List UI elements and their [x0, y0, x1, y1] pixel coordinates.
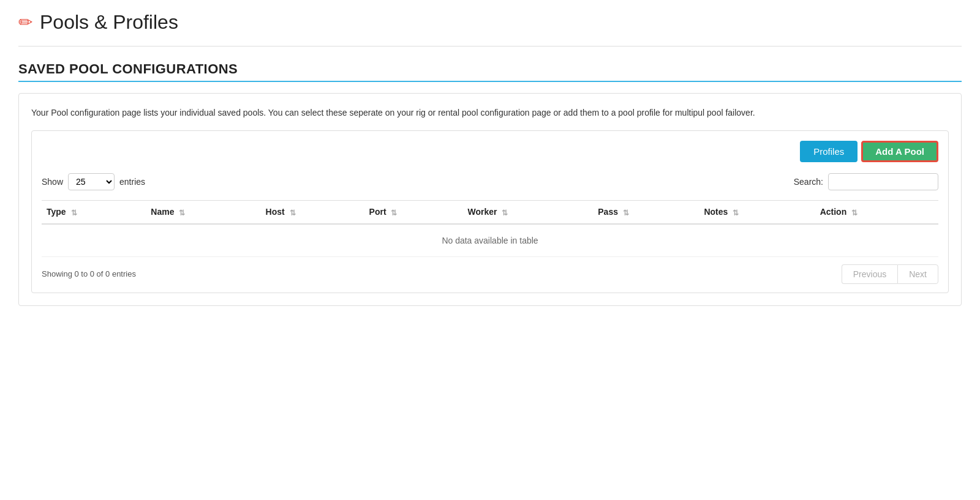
search-input[interactable]: [828, 173, 938, 190]
col-worker: Worker ⇅: [462, 201, 593, 224]
header-divider: [18, 46, 962, 47]
no-data-message: No data available in table: [42, 224, 938, 257]
sort-icon-host[interactable]: ⇅: [290, 209, 296, 217]
table-controls: Show 10 25 50 100 entries Search:: [42, 173, 938, 190]
sort-icon-name[interactable]: ⇅: [179, 209, 185, 217]
no-data-row: No data available in table: [42, 224, 938, 257]
next-button[interactable]: Next: [897, 264, 938, 284]
page-wrapper: ✏ Pools & Profiles SAVED POOL CONFIGURAT…: [0, 0, 980, 500]
page-title: Pools & Profiles: [40, 11, 178, 34]
col-type: Type ⇅: [42, 201, 146, 224]
previous-button[interactable]: Previous: [842, 264, 897, 284]
section-title-underline: [18, 81, 962, 82]
edit-icon: ✏: [18, 14, 32, 31]
col-notes: Notes ⇅: [699, 201, 815, 224]
sort-icon-type[interactable]: ⇅: [71, 209, 77, 217]
show-entries: Show 10 25 50 100 entries: [42, 173, 145, 190]
sort-icon-pass[interactable]: ⇅: [623, 209, 629, 217]
col-port: Port ⇅: [364, 201, 463, 224]
entries-select[interactable]: 10 25 50 100: [68, 173, 115, 190]
search-label: Search:: [794, 177, 823, 187]
entries-label: entries: [119, 177, 145, 187]
col-host: Host ⇅: [261, 201, 364, 224]
search-box: Search:: [794, 173, 938, 190]
section-title: SAVED POOL CONFIGURATIONS: [18, 61, 962, 77]
inner-card: Profiles Add A Pool Show 10 25 50 100 en…: [31, 130, 949, 293]
pagination: Previous Next: [842, 264, 938, 284]
sort-icon-action[interactable]: ⇅: [851, 209, 858, 217]
main-card: Your Pool configuration page lists your …: [18, 93, 962, 306]
top-buttons: Profiles Add A Pool: [42, 141, 938, 162]
col-pass: Pass ⇅: [593, 201, 699, 224]
card-description: Your Pool configuration page lists your …: [31, 106, 949, 119]
showing-text: Showing 0 to 0 of 0 entries: [42, 269, 136, 278]
table-header-row: Type ⇅ Name ⇅ Host ⇅ Port: [42, 201, 938, 224]
data-table: Type ⇅ Name ⇅ Host ⇅ Port: [42, 200, 938, 256]
add-pool-button[interactable]: Add A Pool: [861, 141, 938, 162]
table-footer: Showing 0 to 0 of 0 entries Previous Nex…: [42, 264, 938, 284]
sort-icon-port[interactable]: ⇅: [391, 209, 397, 217]
sort-icon-notes[interactable]: ⇅: [733, 209, 739, 217]
col-name: Name ⇅: [146, 201, 260, 224]
show-label: Show: [42, 177, 63, 187]
sort-icon-worker[interactable]: ⇅: [502, 209, 508, 217]
profiles-button[interactable]: Profiles: [800, 141, 858, 162]
page-header: ✏ Pools & Profiles: [18, 11, 962, 40]
col-action: Action ⇅: [815, 201, 938, 224]
